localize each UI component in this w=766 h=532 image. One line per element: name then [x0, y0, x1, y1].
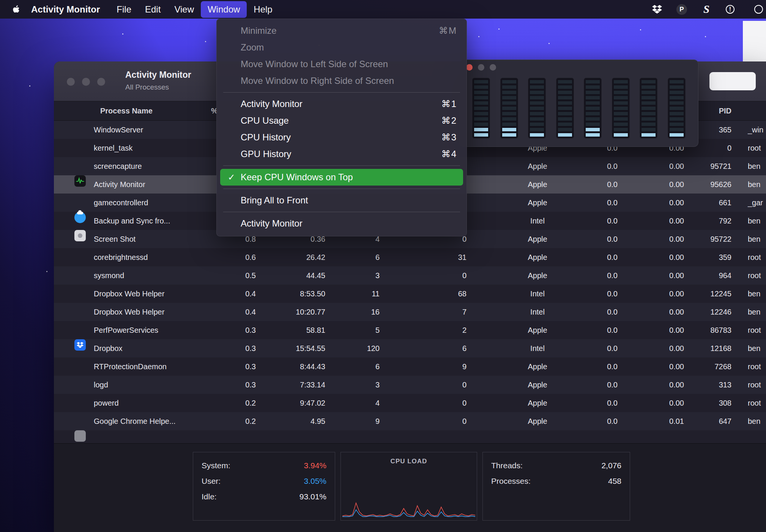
- menu-item-cpu-usage[interactable]: CPU Usage ⌘2: [216, 112, 467, 129]
- menubar-app-name[interactable]: Activity Monitor: [31, 4, 100, 15]
- cpu-core-meter: [500, 78, 518, 139]
- cell-idle: 7: [417, 303, 467, 321]
- apple-menu-icon[interactable]: [12, 5, 20, 14]
- menu-item-gpu-history[interactable]: GPU History ⌘4: [216, 146, 467, 162]
- menu-item-minimize: Minimize ⌘M: [216, 22, 467, 39]
- backup-sync-icon: [74, 212, 86, 223]
- cell-idle: 0: [417, 376, 467, 394]
- menubar-edit[interactable]: Edit: [138, 1, 167, 18]
- menu-item-cpu-history[interactable]: CPU History ⌘3: [216, 129, 467, 146]
- clipped-circle-icon[interactable]: [754, 5, 763, 14]
- table-row[interactable]: logd 0.3 7:33.14 3 0 Apple 0.0 0.00 313 …: [54, 376, 766, 394]
- cell-gpu-time: 0.00: [638, 175, 684, 194]
- cell-name: kernel_task: [94, 139, 132, 157]
- cell-user: _gar: [748, 194, 766, 212]
- cell-gpu: 0.0: [580, 266, 618, 285]
- cell-threads: 3: [342, 376, 380, 394]
- minimize-button[interactable]: [478, 64, 484, 71]
- table-row[interactable]: Google Chrome Helpe... 0.2 4.95 9 0 Appl…: [54, 412, 766, 430]
- s-logo-icon[interactable]: S: [701, 4, 712, 15]
- menu-item-window-activity-monitor[interactable]: Activity Monitor: [216, 215, 467, 232]
- cell-name: powerd: [94, 394, 119, 412]
- cell-gpu-time: 0.00: [638, 194, 684, 212]
- cell-time: 10:20.77: [268, 303, 325, 321]
- menubar-view[interactable]: View: [167, 1, 201, 18]
- cell-user: root: [748, 139, 766, 157]
- cell-time: 58.81: [268, 321, 325, 339]
- menu-item-label: Keep CPU Windows on Top: [241, 172, 353, 183]
- menu-item-shortcut: ⌘2: [441, 115, 457, 126]
- alert-circle-icon[interactable]: !: [726, 5, 734, 14]
- window-dropdown-menu: Minimize ⌘M Zoom Move Window to Left Sid…: [216, 19, 467, 236]
- cell-gpu-time: 0.00: [638, 376, 684, 394]
- cell-name: PerfPowerServices: [94, 321, 158, 339]
- cell-pid: 661: [686, 194, 731, 212]
- cell-gpu: 0.0: [580, 194, 618, 212]
- cell-kind: Apple: [511, 412, 564, 430]
- cell-pid: 95626: [686, 175, 731, 194]
- menu-item-shortcut: ⌘1: [441, 99, 457, 109]
- cpu-core-meter: [612, 78, 630, 139]
- cpu-core-meter: [472, 78, 490, 139]
- table-row[interactable]: Dropbox Web Helper 0.4 8:53.50 11 68 Int…: [54, 285, 766, 303]
- p-badge-icon[interactable]: P: [676, 4, 687, 15]
- cell-idle: 68: [417, 285, 467, 303]
- cell-user: root: [748, 248, 766, 266]
- menu-item-keep-cpu-windows-on-top[interactable]: ✓ Keep CPU Windows on Top: [220, 169, 463, 186]
- cell-gpu-time: 0.00: [638, 285, 684, 303]
- cell-gpu: 0.0: [580, 412, 618, 430]
- menu-separator: [223, 92, 460, 93]
- cell-threads: 11: [342, 285, 380, 303]
- menu-item-move-right: Move Window to Right Side of Screen: [216, 72, 467, 89]
- menu-item-activity-monitor[interactable]: Activity Monitor ⌘1: [216, 96, 467, 112]
- close-button[interactable]: [466, 64, 473, 71]
- cell-name: WindowServer: [94, 121, 143, 139]
- cell-pid: 12246: [686, 303, 731, 321]
- cell-name: Backup and Sync fro...: [94, 212, 170, 230]
- zoom-button[interactable]: [97, 78, 105, 86]
- menubar-window[interactable]: Window: [201, 1, 247, 18]
- menu-bar: Activity Monitor File Edit View Window H…: [0, 0, 766, 19]
- menubar-help[interactable]: Help: [247, 1, 279, 18]
- table-row[interactable]: Dropbox Web Helper 0.4 10:20.77 16 7 Int…: [54, 303, 766, 321]
- table-row[interactable]: PerfPowerServices 0.3 58.81 5 2 Apple 0.…: [54, 321, 766, 339]
- table-row[interactable]: sysmond 0.5 44.45 3 0 Apple 0.0 0.00 964…: [54, 266, 766, 285]
- cell-gpu: 0.0: [580, 376, 618, 394]
- cell-pid: 95721: [686, 157, 731, 175]
- cell-gpu: 0.0: [580, 303, 618, 321]
- search-input[interactable]: [709, 72, 756, 90]
- minimize-button[interactable]: [82, 78, 90, 86]
- cell-idle: 0: [417, 394, 467, 412]
- cell-cpu: 0.2: [218, 394, 256, 412]
- table-row[interactable]: powerd 0.2 9:47.02 4 0 Apple 0.0 0.00 30…: [54, 394, 766, 412]
- cell-gpu: 0.0: [580, 394, 618, 412]
- cell-cpu: 0.4: [218, 285, 256, 303]
- menu-separator: [223, 212, 460, 212]
- table-row[interactable]: corebrightnessd 0.6 26.42 6 31 Apple 0.0…: [54, 248, 766, 266]
- cell-kind: Apple: [511, 194, 564, 212]
- menu-item-move-left: Move Window to Left Side of Screen: [216, 56, 467, 72]
- menubar-file[interactable]: File: [110, 1, 138, 18]
- table-row[interactable]: Dropbox 0.3 15:54.55 120 6 Intel 0.0 0.0…: [54, 339, 766, 357]
- close-button[interactable]: [67, 78, 75, 86]
- cell-name: screencapture: [94, 157, 142, 175]
- cell-pid: 7268: [686, 357, 731, 376]
- cell-idle: 0: [417, 266, 467, 285]
- cell-cpu: 0.4: [218, 303, 256, 321]
- table-row-partial[interactable]: [54, 430, 766, 443]
- cell-pid: 792: [686, 212, 731, 230]
- zoom-button[interactable]: [490, 64, 496, 71]
- cell-user: ben: [748, 412, 766, 430]
- menu-item-bring-all-to-front[interactable]: Bring All to Front: [216, 192, 467, 209]
- menu-separator: [223, 165, 460, 166]
- cell-name: Screen Shot: [94, 230, 136, 248]
- dropbox-icon[interactable]: [651, 4, 663, 15]
- header-process-name[interactable]: Process Name: [100, 101, 153, 120]
- user-label: User:: [202, 477, 221, 486]
- table-row[interactable]: RTProtectionDaemon 0.3 8:44.43 6 9 Apple…: [54, 357, 766, 376]
- cell-time: 4.95: [268, 412, 325, 430]
- cell-gpu: 0.0: [580, 230, 618, 248]
- menu-item-label: GPU History: [241, 149, 291, 159]
- cell-gpu: 0.0: [580, 339, 618, 357]
- cell-threads: 6: [342, 248, 380, 266]
